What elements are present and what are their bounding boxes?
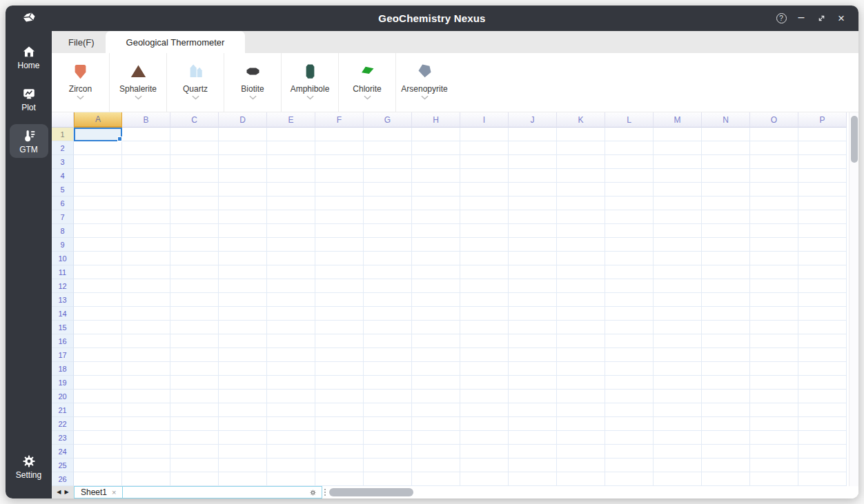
- grid-cell[interactable]: [509, 141, 557, 155]
- grid-cell[interactable]: [460, 224, 509, 238]
- grid-cell[interactable]: [654, 238, 702, 252]
- row-header-13[interactable]: 13: [52, 293, 74, 307]
- grid-cell[interactable]: [750, 141, 798, 155]
- grid-cell[interactable]: [798, 376, 847, 390]
- tab-geological-thermometer[interactable]: Geological Thermometer: [106, 31, 246, 53]
- grid-cell[interactable]: [605, 238, 654, 252]
- close-sheet-icon[interactable]: ×: [112, 489, 116, 496]
- sheet-options-button[interactable]: [309, 489, 322, 496]
- grid-cell[interactable]: [219, 445, 267, 458]
- grid-cell[interactable]: [750, 265, 798, 279]
- grid-cell[interactable]: [219, 141, 267, 155]
- chevron-down-icon[interactable]: [192, 95, 199, 100]
- grid-cell[interactable]: [460, 390, 509, 403]
- grid-cell[interactable]: [750, 196, 798, 210]
- chevron-down-icon[interactable]: [77, 95, 84, 100]
- row-header-3[interactable]: 3: [52, 155, 74, 169]
- grid-cell[interactable]: [750, 362, 798, 376]
- grid-cell[interactable]: [364, 348, 412, 362]
- grid-cell[interactable]: [170, 196, 219, 210]
- grid-cell[interactable]: [364, 431, 412, 445]
- grid-cell[interactable]: [315, 362, 364, 376]
- grid-cell[interactable]: [605, 196, 654, 210]
- grid-cell[interactable]: [315, 348, 364, 362]
- grid-cell[interactable]: [557, 210, 605, 224]
- grid-cell[interactable]: [74, 210, 122, 224]
- grid-cell[interactable]: [364, 472, 412, 486]
- grid-cell[interactable]: [74, 155, 122, 169]
- grid-cell[interactable]: [315, 155, 364, 169]
- grid-cell[interactable]: [74, 307, 122, 321]
- grid-cell[interactable]: [702, 128, 750, 141]
- grid-cell[interactable]: [605, 376, 654, 390]
- grid-cell[interactable]: [364, 334, 412, 348]
- grid-cell[interactable]: [74, 141, 122, 155]
- column-header-f[interactable]: F: [315, 112, 364, 128]
- row-header-16[interactable]: 16: [52, 334, 74, 348]
- row-header-2[interactable]: 2: [52, 141, 74, 155]
- grid-cell[interactable]: [170, 321, 219, 334]
- grid-cell[interactable]: [315, 224, 364, 238]
- grid-cell[interactable]: [170, 279, 219, 293]
- grid-cell[interactable]: [654, 348, 702, 362]
- grid-cell[interactable]: [122, 293, 170, 307]
- grid-cell[interactable]: [219, 210, 267, 224]
- grid-cell[interactable]: [74, 431, 122, 445]
- row-header-22[interactable]: 22: [52, 417, 74, 431]
- grid-cell[interactable]: [219, 472, 267, 486]
- row-header-11[interactable]: 11: [52, 265, 74, 279]
- grid-cell[interactable]: [170, 238, 219, 252]
- grid-cell[interactable]: [557, 252, 605, 265]
- grid-cell[interactable]: [509, 210, 557, 224]
- grid-cell[interactable]: [798, 141, 847, 155]
- column-header-l[interactable]: L: [605, 112, 654, 128]
- grid-cell[interactable]: [654, 293, 702, 307]
- grid-cell[interactable]: [654, 445, 702, 458]
- grid-cell[interactable]: [267, 169, 315, 183]
- grid-cell[interactable]: [315, 169, 364, 183]
- grid-cell[interactable]: [170, 431, 219, 445]
- grid-cell[interactable]: [267, 224, 315, 238]
- toolbar-button-zircon[interactable]: Zircon: [52, 53, 109, 112]
- grid-cell[interactable]: [267, 403, 315, 417]
- sheet-tab-sheet1[interactable]: Sheet1 ×: [75, 487, 123, 498]
- grid-cell[interactable]: [122, 169, 170, 183]
- row-header-5[interactable]: 5: [52, 183, 74, 196]
- grid-cell[interactable]: [364, 403, 412, 417]
- grid-cell[interactable]: [798, 155, 847, 169]
- grid-cell[interactable]: [798, 307, 847, 321]
- grid-cell[interactable]: [315, 183, 364, 196]
- grid-cell[interactable]: [364, 183, 412, 196]
- grid-cell[interactable]: [364, 376, 412, 390]
- grid-cell[interactable]: [460, 155, 509, 169]
- grid-cell[interactable]: [654, 265, 702, 279]
- grid-cell[interactable]: [798, 362, 847, 376]
- grid-cell[interactable]: [798, 265, 847, 279]
- grid-cell[interactable]: [654, 390, 702, 403]
- grid-cell[interactable]: [412, 238, 460, 252]
- grid-cell[interactable]: [750, 252, 798, 265]
- grid-cell[interactable]: [170, 307, 219, 321]
- grid-cell[interactable]: [509, 403, 557, 417]
- grid-cell[interactable]: [750, 403, 798, 417]
- grid-cell[interactable]: [605, 472, 654, 486]
- grid-cell[interactable]: [750, 183, 798, 196]
- grid-cell[interactable]: [557, 376, 605, 390]
- grid-cell[interactable]: [74, 183, 122, 196]
- grid-cell[interactable]: [702, 472, 750, 486]
- grid-cell[interactable]: [364, 155, 412, 169]
- grid-cell[interactable]: [219, 431, 267, 445]
- grid-cell[interactable]: [798, 334, 847, 348]
- grid-cell[interactable]: [605, 169, 654, 183]
- grid-cell[interactable]: [364, 141, 412, 155]
- grid-cell[interactable]: [412, 458, 460, 472]
- grid-cell[interactable]: [267, 334, 315, 348]
- grid-cell[interactable]: [702, 417, 750, 431]
- grid-cell[interactable]: [509, 445, 557, 458]
- grid-cell[interactable]: [74, 376, 122, 390]
- grid-cell[interactable]: [122, 238, 170, 252]
- grid-cell[interactable]: [460, 169, 509, 183]
- grid-cell[interactable]: [74, 238, 122, 252]
- grid-cell[interactable]: [170, 210, 219, 224]
- row-header-21[interactable]: 21: [52, 403, 74, 417]
